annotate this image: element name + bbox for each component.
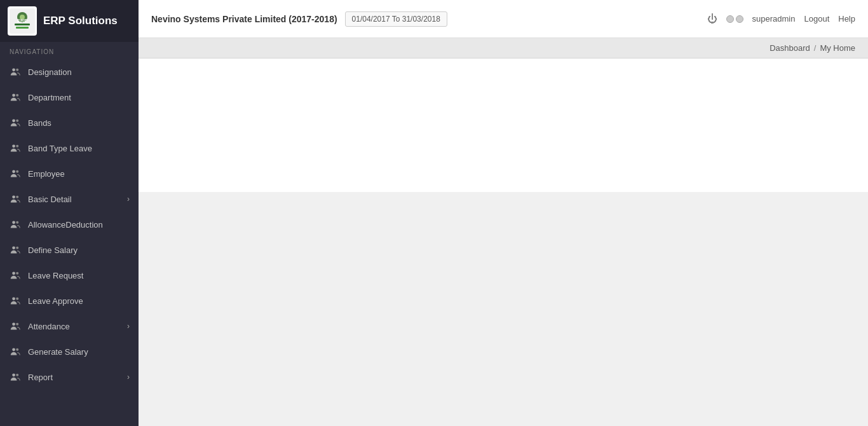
- power-icon[interactable]: ⏻: [707, 13, 717, 25]
- sidebar-item-leave-request[interactable]: Leave Request: [0, 263, 139, 288]
- svg-point-13: [16, 120, 18, 122]
- nav-icon-band-type-leave: [9, 142, 22, 155]
- sidebar-item-define-salary[interactable]: Define Salary: [0, 237, 139, 263]
- svg-point-6: [12, 68, 15, 71]
- content-card: [139, 58, 868, 192]
- svg-point-27: [16, 298, 18, 300]
- nav-icon-generate-salary: [9, 345, 22, 358]
- chevron-icon-basic-detail: ›: [127, 195, 130, 203]
- svg-point-30: [12, 348, 15, 351]
- sidebar-item-generate-salary[interactable]: Generate Salary: [0, 339, 139, 364]
- svg-point-21: [16, 221, 18, 224]
- sidebar-item-label-leave-approve: Leave Approve: [28, 296, 83, 306]
- sidebar-item-report[interactable]: Report›: [0, 364, 139, 390]
- svg-point-26: [12, 297, 15, 300]
- svg-point-18: [12, 195, 15, 198]
- topbar-right: ⏻ superadmin Logout Help: [707, 13, 855, 25]
- sidebar-item-label-basic-detail: Basic Detail: [28, 195, 72, 204]
- nav-icon-bands: [9, 116, 22, 129]
- sidebar-item-designation[interactable]: Designation: [0, 59, 139, 85]
- svg-point-32: [12, 373, 15, 376]
- nav-section-label: NAVIGATION: [0, 42, 139, 59]
- sidebar-item-label-leave-request: Leave Request: [28, 271, 83, 280]
- svg-point-7: [16, 69, 18, 71]
- sidebar-item-label-band-type-leave: Band Type Leave: [28, 144, 92, 153]
- nav-icon-leave-approve: [9, 294, 22, 307]
- svg-point-19: [16, 196, 18, 198]
- sidebar-logo: ERP ERP Solutions: [0, 0, 139, 42]
- svg-point-24: [12, 271, 15, 275]
- svg-point-23: [16, 247, 18, 249]
- sidebar-item-label-department: Department: [28, 93, 71, 102]
- sidebar-item-bands[interactable]: Bands: [0, 110, 139, 135]
- username-label: superadmin: [752, 14, 796, 24]
- svg-point-20: [12, 221, 15, 224]
- nav-icon-department: [9, 91, 22, 104]
- svg-point-9: [16, 94, 18, 97]
- nav-icon-attendance: [9, 320, 22, 333]
- nav-icon-define-salary: [9, 244, 22, 256]
- nav-icon-employee: [9, 167, 22, 180]
- svg-point-31: [16, 348, 18, 351]
- sidebar-item-allowance-deduction[interactable]: AllowanceDeduction: [0, 212, 139, 237]
- sidebar-item-band-type-leave[interactable]: Band Type Leave: [0, 135, 139, 161]
- svg-point-12: [12, 119, 15, 122]
- svg-text:ERP: ERP: [17, 18, 28, 24]
- nav-icon-designation: [9, 65, 22, 78]
- svg-point-22: [12, 246, 15, 249]
- breadcrumb-bar: Dashboard / My Home: [139, 38, 868, 58]
- sidebar-item-label-allowance-deduction: AllowanceDeduction: [28, 220, 103, 230]
- nav-icon-leave-request: [9, 269, 22, 282]
- sidebar-item-label-generate-salary: Generate Salary: [28, 347, 88, 357]
- svg-rect-3: [15, 24, 30, 25]
- company-info: Nevino Systems Private Limited (2017-201…: [151, 11, 447, 27]
- sidebar: ERP ERP Solutions NAVIGATION Designation…: [0, 0, 139, 426]
- svg-rect-4: [16, 27, 29, 29]
- nav-icon-allowance-deduction: [9, 218, 22, 231]
- svg-point-33: [16, 374, 18, 376]
- topbar: Nevino Systems Private Limited (2017-201…: [139, 0, 868, 38]
- svg-point-29: [16, 323, 18, 326]
- chevron-icon-attendance: ›: [127, 322, 130, 331]
- nav-icon-basic-detail: [9, 193, 22, 205]
- nav-icon-report: [9, 371, 22, 383]
- help-button[interactable]: Help: [838, 14, 855, 24]
- sidebar-app-title: ERP Solutions: [43, 15, 118, 27]
- svg-point-15: [16, 145, 18, 148]
- sidebar-item-label-define-salary: Define Salary: [28, 245, 78, 255]
- toggle-dot-right: [736, 15, 743, 23]
- toggle-dot-left: [726, 15, 734, 23]
- toggle-switch[interactable]: [726, 15, 743, 23]
- company-name: Nevino Systems Private Limited (2017-201…: [151, 14, 337, 24]
- sidebar-item-label-designation: Designation: [28, 67, 72, 77]
- sidebar-item-label-employee: Employee: [28, 169, 65, 179]
- sidebar-item-basic-detail[interactable]: Basic Detail›: [0, 186, 139, 212]
- breadcrumb-myhome[interactable]: My Home: [820, 43, 855, 53]
- sidebar-item-label-report: Report: [28, 373, 53, 382]
- sidebar-item-leave-approve[interactable]: Leave Approve: [0, 288, 139, 313]
- breadcrumb-dashboard[interactable]: Dashboard: [770, 43, 810, 53]
- date-range: 01/04/2017 To 31/03/2018: [345, 11, 447, 27]
- sidebar-item-label-attendance: Attendance: [28, 322, 70, 331]
- content-area: [139, 58, 868, 426]
- main-content: Nevino Systems Private Limited (2017-201…: [139, 0, 868, 426]
- svg-point-8: [12, 93, 15, 97]
- chevron-icon-report: ›: [127, 373, 130, 381]
- svg-point-25: [16, 272, 18, 275]
- logout-button[interactable]: Logout: [804, 14, 829, 24]
- svg-point-17: [16, 170, 18, 173]
- nav-items-container: Designation Department Bands Band Type L…: [0, 59, 139, 390]
- sidebar-item-attendance[interactable]: Attendance›: [0, 313, 139, 339]
- sidebar-item-label-bands: Bands: [28, 118, 51, 128]
- breadcrumb-separator: /: [814, 43, 817, 53]
- svg-point-16: [12, 170, 15, 173]
- svg-point-14: [12, 144, 15, 148]
- sidebar-item-employee[interactable]: Employee: [0, 161, 139, 186]
- sidebar-item-department[interactable]: Department: [0, 85, 139, 110]
- logo-icon: ERP: [8, 6, 37, 36]
- svg-point-28: [12, 322, 15, 326]
